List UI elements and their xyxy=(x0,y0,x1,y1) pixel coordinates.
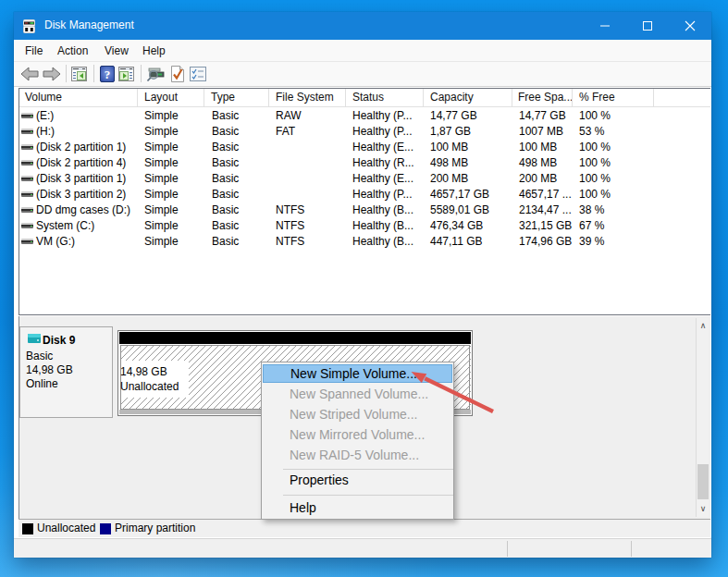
svg-text:?: ? xyxy=(105,68,111,81)
